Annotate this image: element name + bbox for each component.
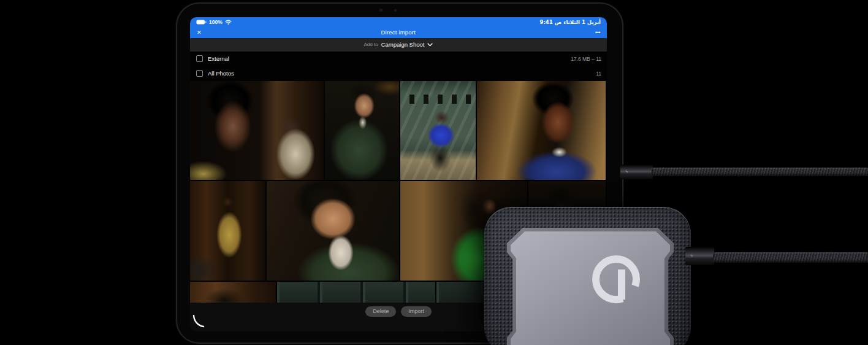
front-camera-icon: [379, 9, 383, 12]
photo-thumbnail[interactable]: [190, 81, 324, 180]
clock-meridiem: ص: [555, 19, 562, 25]
checkbox[interactable]: [196, 55, 203, 62]
photo-thumbnail[interactable]: [325, 81, 399, 180]
photo-thumbnail[interactable]: [190, 282, 276, 303]
wifi-icon: [225, 20, 232, 25]
photo-thumbnail[interactable]: [477, 81, 606, 180]
album-dropdown[interactable]: Add to Campaign Shoot: [190, 38, 607, 52]
g-drive-logo-icon: [588, 252, 644, 307]
source-list: External 17.6 MB – 11 All Photos 11: [190, 52, 607, 81]
source-row-all-photos[interactable]: All Photos 11: [190, 66, 607, 81]
date-month: أبريل: [587, 19, 601, 25]
status-bar: 100% 9:41 ص الثلاثاء 1 أبريل: [190, 17, 607, 27]
photo-thumbnail[interactable]: [267, 181, 399, 281]
external-ssd-drive: [484, 207, 691, 345]
checkbox[interactable]: [196, 70, 203, 77]
cable-connector: ϟ: [685, 247, 714, 265]
import-button[interactable]: Import: [401, 306, 432, 317]
clock-time: 9:41: [540, 19, 553, 25]
add-to-label: Add to: [364, 42, 378, 47]
more-button[interactable]: •••: [595, 29, 600, 36]
thunderbolt-icon: ϟ: [625, 169, 628, 174]
source-meta: 17.6 MB – 11: [571, 56, 601, 62]
scene: 100% 9:41 ص الثلاثاء 1 أبريل ✕: [0, 0, 868, 345]
photo-thumbnail[interactable]: [190, 181, 265, 281]
thunderbolt-cable-top: [652, 168, 868, 176]
photo-thumbnail[interactable]: [277, 282, 435, 303]
source-row-external[interactable]: External 17.6 MB – 11: [190, 52, 607, 66]
date-weekday: الثلاثاء: [563, 19, 580, 25]
ambient-sensor-icon: [394, 9, 397, 12]
progress-arc-icon: [191, 315, 206, 330]
source-label: All Photos: [208, 70, 234, 77]
source-meta: 11: [596, 71, 601, 77]
clock-datetime: 9:41 ص الثلاثاء 1 أبريل: [540, 19, 601, 25]
album-name: Campaign Shoot: [381, 41, 425, 48]
page-title: Direct import: [381, 29, 416, 36]
battery-percent: 100%: [209, 19, 223, 25]
delete-button[interactable]: Delete: [365, 306, 396, 317]
source-label: External: [208, 55, 229, 62]
cable-connector: ϟ: [620, 165, 653, 179]
app-header: ✕ Direct import •••: [190, 27, 607, 38]
chevron-down-icon: [427, 43, 433, 47]
close-button[interactable]: ✕: [197, 29, 202, 36]
photo-thumbnail[interactable]: [400, 81, 476, 180]
battery-icon: [196, 20, 207, 25]
date-day: 1: [582, 19, 585, 25]
thunderbolt-icon: ϟ: [690, 254, 693, 258]
thunderbolt-cable-drive: [713, 252, 868, 263]
